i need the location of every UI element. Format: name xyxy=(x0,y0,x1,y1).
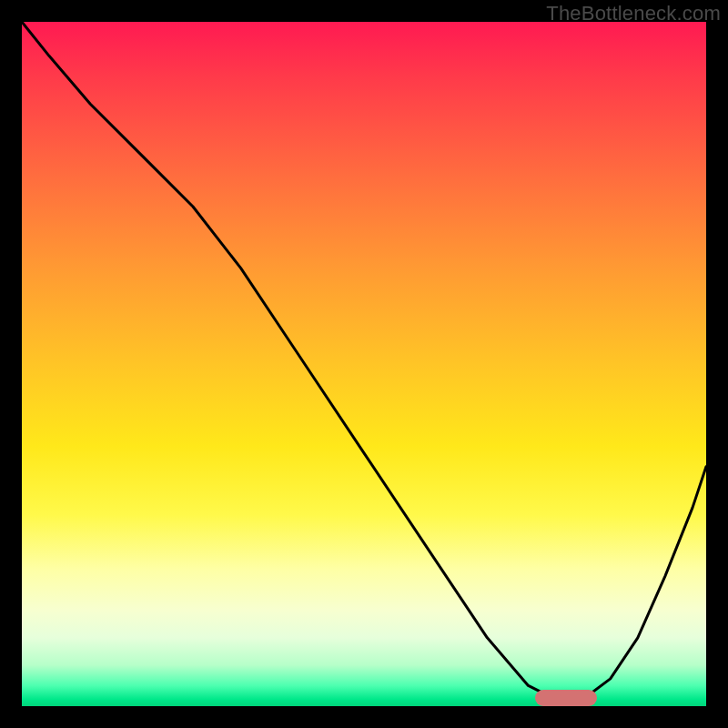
chart-frame: TheBottleneck.com xyxy=(0,0,728,728)
bottleneck-curve xyxy=(22,22,706,700)
plot-area xyxy=(22,22,706,706)
optimal-range-marker xyxy=(535,690,597,706)
curve-layer xyxy=(22,22,706,706)
